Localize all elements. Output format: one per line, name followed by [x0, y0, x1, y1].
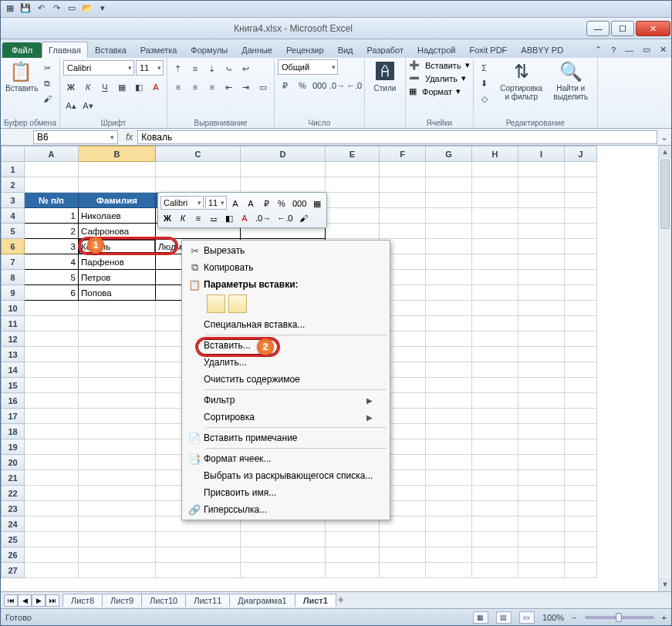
cell-E26[interactable]: [326, 547, 380, 563]
row-header-11[interactable]: 11: [2, 316, 25, 332]
cell-J1[interactable]: [565, 162, 597, 177]
cell-I17[interactable]: [518, 409, 565, 424]
cell-J4[interactable]: [565, 208, 597, 224]
cell-G11[interactable]: [426, 316, 472, 332]
select-all-corner[interactable]: [2, 146, 25, 162]
cell-H17[interactable]: [472, 409, 518, 424]
cell-A21[interactable]: [25, 470, 79, 486]
cell-G22[interactable]: [426, 486, 472, 501]
grow-font-icon[interactable]: A▴: [63, 97, 79, 113]
cell-I7[interactable]: [518, 254, 565, 270]
file-tab[interactable]: Файл: [2, 42, 42, 58]
merge-icon[interactable]: ▭: [255, 79, 271, 94]
find-select-button[interactable]: 🔍 Найти и выделить: [548, 59, 594, 103]
percent-icon[interactable]: %: [295, 77, 310, 93]
cell-G12[interactable]: [426, 332, 472, 347]
view-pagebreak-icon[interactable]: ▭: [519, 611, 535, 624]
cell-H13[interactable]: [472, 347, 518, 362]
tab-developer[interactable]: Разработ: [360, 42, 410, 58]
new-sheet-button[interactable]: ✧: [337, 595, 344, 605]
cell-I5[interactable]: [518, 224, 565, 239]
align-center-icon[interactable]: ≡: [187, 79, 203, 94]
cell-G19[interactable]: [426, 439, 472, 455]
cell-C2[interactable]: [156, 177, 241, 193]
cell-J7[interactable]: [565, 254, 597, 270]
cell-I23[interactable]: [518, 501, 565, 517]
cell-H24[interactable]: [472, 517, 518, 532]
cell-H9[interactable]: [472, 285, 518, 301]
ctx-insert[interactable]: Вставить...: [184, 337, 388, 354]
cell-I26[interactable]: [518, 547, 565, 563]
cell-A20[interactable]: [25, 455, 79, 470]
sheet-tab-Лист10[interactable]: Лист10: [141, 594, 186, 607]
paste-option-2[interactable]: [228, 294, 247, 313]
mini-font-combo[interactable]: Calibri: [160, 196, 204, 210]
open-icon[interactable]: 📂: [81, 3, 93, 15]
cell-A11[interactable]: [25, 316, 79, 332]
ctx-define-name[interactable]: Присвоить имя...: [184, 484, 388, 501]
cell-A2[interactable]: [25, 177, 79, 193]
cell-J23[interactable]: [565, 501, 597, 517]
decrease-decimal-icon[interactable]: ←.0: [346, 77, 361, 93]
cell-H12[interactable]: [472, 332, 518, 347]
cell-G14[interactable]: [426, 362, 472, 378]
cell-J17[interactable]: [565, 409, 597, 424]
ctx-copy[interactable]: ⧉Копировать: [184, 259, 388, 276]
cell-G8[interactable]: [426, 270, 472, 285]
cell-G2[interactable]: [426, 177, 472, 193]
cell-H7[interactable]: [472, 254, 518, 270]
cell-B14[interactable]: [79, 362, 156, 378]
cell-J19[interactable]: [565, 439, 597, 455]
cell-J21[interactable]: [565, 470, 597, 486]
tab-insert[interactable]: Вставка: [88, 42, 133, 58]
cell-C27[interactable]: [156, 563, 241, 578]
cell-J16[interactable]: [565, 393, 597, 409]
cell-G13[interactable]: [426, 347, 472, 362]
cell-G3[interactable]: [426, 193, 472, 208]
ribbon-minimize-icon[interactable]: ⌃: [590, 42, 606, 58]
col-header-H[interactable]: H: [472, 146, 518, 162]
cell-I12[interactable]: [518, 332, 565, 347]
ctx-clear[interactable]: Очистить содержимое: [184, 371, 388, 388]
cell-B5[interactable]: Сафронова: [79, 224, 156, 239]
doc-minimize-icon[interactable]: —: [620, 42, 638, 58]
cell-J15[interactable]: [565, 378, 597, 393]
copy-icon[interactable]: ⧉: [39, 75, 55, 90]
cell-E5[interactable]: [326, 224, 380, 239]
tab-data[interactable]: Данные: [235, 42, 279, 58]
cell-C1[interactable]: [156, 162, 241, 177]
cell-B17[interactable]: [79, 409, 156, 424]
underline-button[interactable]: Ч: [97, 79, 113, 94]
cell-G5[interactable]: [426, 224, 472, 239]
cell-I3[interactable]: [518, 193, 565, 208]
cell-C25[interactable]: [156, 532, 241, 547]
row-header-8[interactable]: 8: [2, 270, 25, 285]
cell-I10[interactable]: [518, 301, 565, 316]
col-header-C[interactable]: C: [156, 146, 241, 162]
mini-size-combo[interactable]: 11: [205, 196, 227, 210]
cell-A4[interactable]: 1: [25, 208, 79, 224]
cell-I8[interactable]: [518, 270, 565, 285]
cell-H27[interactable]: [472, 563, 518, 578]
cell-I13[interactable]: [518, 347, 565, 362]
cell-E25[interactable]: [326, 532, 380, 547]
cell-A7[interactable]: 4: [25, 254, 79, 270]
row-header-6[interactable]: 6: [2, 239, 25, 254]
row-header-25[interactable]: 25: [2, 532, 25, 547]
cell-J22[interactable]: [565, 486, 597, 501]
decrease-indent-icon[interactable]: ⇤: [221, 79, 237, 94]
row-header-17[interactable]: 17: [2, 409, 25, 424]
mini-italic-button[interactable]: К: [176, 210, 190, 224]
cell-H8[interactable]: [472, 270, 518, 285]
row-header-24[interactable]: 24: [2, 517, 25, 532]
tab-home[interactable]: Главная: [42, 42, 88, 58]
doc-close-icon[interactable]: ✕: [655, 42, 671, 58]
row-header-16[interactable]: 16: [2, 393, 25, 409]
tab-formulas[interactable]: Формулы: [184, 42, 235, 58]
cell-G7[interactable]: [426, 254, 472, 270]
increase-indent-icon[interactable]: ⇥: [238, 79, 254, 94]
cell-G4[interactable]: [426, 208, 472, 224]
align-bottom-icon[interactable]: ⇣: [204, 60, 220, 76]
format-painter-icon[interactable]: 🖌: [39, 90, 55, 106]
cell-J25[interactable]: [565, 532, 597, 547]
